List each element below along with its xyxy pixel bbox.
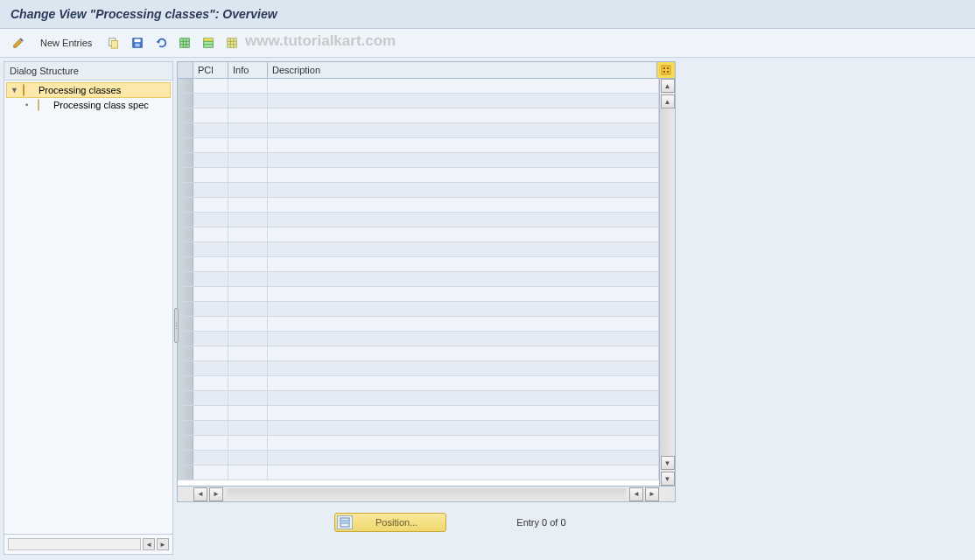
cell-info[interactable]	[228, 332, 268, 346]
cell-info[interactable]	[228, 228, 268, 242]
cell-pcl[interactable]	[193, 376, 228, 390]
cell-info[interactable]	[228, 287, 268, 301]
row-selector[interactable]	[178, 138, 193, 152]
table-row[interactable]	[178, 302, 659, 317]
hscroll-track[interactable]	[227, 488, 626, 500]
cell-description[interactable]	[268, 108, 659, 122]
row-selector[interactable]	[178, 287, 193, 301]
cell-pcl[interactable]	[193, 183, 228, 197]
save-button[interactable]	[128, 33, 147, 52]
cell-pcl[interactable]	[193, 228, 228, 242]
edit-button[interactable]	[9, 33, 28, 52]
table-row[interactable]	[178, 257, 659, 272]
row-selector[interactable]	[178, 466, 193, 480]
hscroll-left-end[interactable]: ◄	[629, 487, 643, 501]
cell-description[interactable]	[268, 421, 659, 435]
scroll-up-button-2[interactable]: ▲	[661, 94, 675, 108]
row-selector[interactable]	[178, 406, 193, 420]
cell-info[interactable]	[228, 108, 268, 122]
table-row[interactable]	[178, 242, 659, 257]
cell-description[interactable]	[268, 272, 659, 286]
cell-description[interactable]	[268, 213, 659, 227]
row-selector[interactable]	[178, 228, 193, 242]
cell-pcl[interactable]	[193, 198, 228, 212]
cell-description[interactable]	[268, 466, 659, 480]
cell-description[interactable]	[268, 94, 659, 108]
cell-pcl[interactable]	[193, 108, 228, 122]
select-all-rows-corner[interactable]	[178, 62, 193, 78]
cell-description[interactable]	[268, 138, 659, 152]
table-row[interactable]	[178, 213, 659, 228]
row-selector[interactable]	[178, 361, 193, 375]
row-selector[interactable]	[178, 168, 193, 182]
row-selector[interactable]	[178, 332, 193, 346]
row-selector[interactable]	[178, 183, 193, 197]
position-button[interactable]: Position...	[334, 513, 446, 532]
cell-description[interactable]	[268, 123, 659, 137]
cell-description[interactable]	[268, 168, 659, 182]
hscroll-left-button[interactable]: ◄	[193, 487, 207, 501]
cell-info[interactable]	[228, 272, 268, 286]
tree-collapse-icon[interactable]: ▼	[11, 86, 19, 94]
row-selector[interactable]	[178, 376, 193, 390]
cell-info[interactable]	[228, 451, 268, 465]
table-row[interactable]	[178, 346, 659, 361]
table-row[interactable]	[178, 138, 659, 153]
cell-description[interactable]	[268, 361, 659, 375]
cell-description[interactable]	[268, 287, 659, 301]
table-row[interactable]	[178, 183, 659, 198]
table-row[interactable]	[178, 421, 659, 436]
cell-pcl[interactable]	[193, 332, 228, 346]
table-row[interactable]	[178, 406, 659, 421]
row-selector[interactable]	[178, 153, 193, 167]
cell-pcl[interactable]	[193, 361, 228, 375]
table-row[interactable]	[178, 361, 659, 376]
cell-pcl[interactable]	[193, 421, 228, 435]
row-selector[interactable]	[178, 79, 193, 93]
cell-info[interactable]	[228, 79, 268, 93]
cell-description[interactable]	[268, 406, 659, 420]
cell-pcl[interactable]	[193, 391, 228, 405]
cell-description[interactable]	[268, 436, 659, 450]
cell-pcl[interactable]	[193, 287, 228, 301]
cell-description[interactable]	[268, 183, 659, 197]
row-selector[interactable]	[178, 302, 193, 316]
horizontal-scrollbar[interactable]: ◄ ► ◄ ►	[178, 486, 675, 501]
table-row[interactable]	[178, 451, 659, 466]
table-row[interactable]	[178, 391, 659, 406]
cell-info[interactable]	[228, 183, 268, 197]
cell-pcl[interactable]	[193, 138, 228, 152]
sidebar-scroll-left[interactable]: ◄	[143, 538, 155, 550]
sidebar-hscroll[interactable]	[8, 538, 141, 550]
table-row[interactable]	[178, 79, 659, 94]
cell-pcl[interactable]	[193, 79, 228, 93]
select-all-button[interactable]	[175, 33, 194, 52]
cell-description[interactable]	[268, 79, 659, 93]
select-block-button[interactable]	[199, 33, 218, 52]
vertical-scrollbar[interactable]: ▲ ▲ ▼ ▼	[659, 79, 675, 486]
cell-pcl[interactable]	[193, 406, 228, 420]
cell-pcl[interactable]	[193, 346, 228, 360]
cell-description[interactable]	[268, 376, 659, 390]
cell-description[interactable]	[268, 153, 659, 167]
table-row[interactable]	[178, 272, 659, 287]
cell-description[interactable]	[268, 451, 659, 465]
row-selector[interactable]	[178, 436, 193, 450]
cell-pcl[interactable]	[193, 272, 228, 286]
hscroll-right-button[interactable]: ►	[209, 487, 223, 501]
cell-info[interactable]	[228, 436, 268, 450]
row-selector[interactable]	[178, 317, 193, 331]
table-row[interactable]	[178, 168, 659, 183]
cell-description[interactable]	[268, 257, 659, 271]
tree-item-processing-class-spec[interactable]: • Processing class spec	[6, 98, 171, 112]
cell-pcl[interactable]	[193, 123, 228, 137]
row-selector[interactable]	[178, 213, 193, 227]
table-row[interactable]	[178, 436, 659, 451]
cell-info[interactable]	[228, 466, 268, 480]
table-row[interactable]	[178, 317, 659, 332]
cell-pcl[interactable]	[193, 436, 228, 450]
cell-pcl[interactable]	[193, 466, 228, 480]
cell-info[interactable]	[228, 391, 268, 405]
table-row[interactable]	[178, 123, 659, 138]
cell-info[interactable]	[228, 94, 268, 108]
